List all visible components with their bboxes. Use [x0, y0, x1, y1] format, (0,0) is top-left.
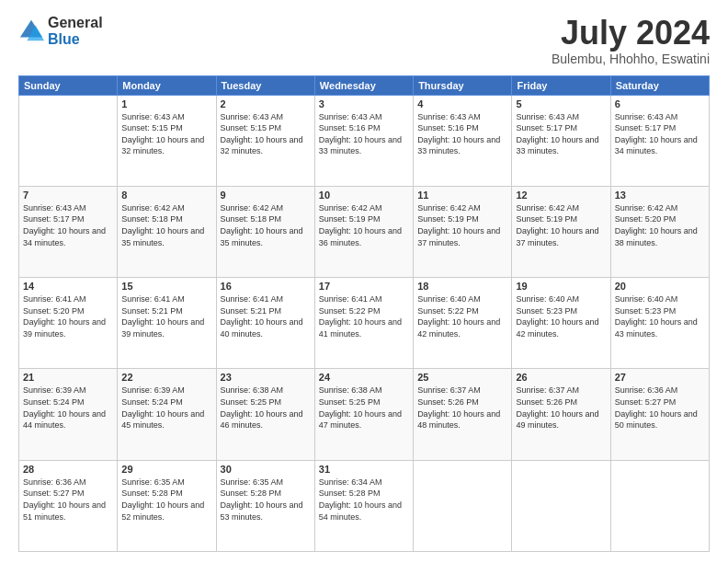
calendar-cell: 6Sunrise: 6:43 AMSunset: 5:17 PMDaylight…	[610, 95, 709, 186]
calendar-cell: 11Sunrise: 6:42 AMSunset: 5:19 PMDayligh…	[414, 186, 512, 277]
cell-content: Sunrise: 6:43 AMSunset: 5:16 PMDaylight:…	[319, 111, 409, 157]
cell-content: Sunrise: 6:41 AMSunset: 5:22 PMDaylight:…	[319, 293, 409, 339]
calendar-cell: 10Sunrise: 6:42 AMSunset: 5:19 PMDayligh…	[314, 186, 413, 277]
cell-content: Sunrise: 6:42 AMSunset: 5:18 PMDaylight:…	[221, 202, 311, 248]
header-sunday: Sunday	[19, 75, 118, 95]
header-saturday: Saturday	[610, 75, 709, 95]
day-number: 31	[319, 464, 409, 475]
logo-icon	[18, 18, 44, 44]
day-number: 29	[121, 464, 211, 475]
header: General Blue July 2024 Bulembu, Hhohho, …	[18, 15, 710, 66]
cell-content: Sunrise: 6:38 AMSunset: 5:25 PMDaylight:…	[221, 385, 311, 431]
calendar-cell: 1Sunrise: 6:43 AMSunset: 5:15 PMDaylight…	[118, 95, 216, 186]
calendar-cell: 19Sunrise: 6:40 AMSunset: 5:23 PMDayligh…	[512, 278, 610, 369]
day-number: 26	[516, 372, 606, 383]
day-number: 12	[516, 190, 606, 201]
calendar-cell: 9Sunrise: 6:42 AMSunset: 5:18 PMDaylight…	[216, 186, 314, 277]
day-number: 8	[121, 190, 211, 201]
calendar-cell: 31Sunrise: 6:34 AMSunset: 5:28 PMDayligh…	[314, 460, 413, 551]
day-number: 9	[221, 190, 311, 201]
calendar-week-1: 1Sunrise: 6:43 AMSunset: 5:15 PMDaylight…	[19, 95, 710, 186]
calendar-cell	[19, 95, 118, 186]
header-monday: Monday	[118, 75, 216, 95]
calendar-cell: 4Sunrise: 6:43 AMSunset: 5:16 PMDaylight…	[414, 95, 512, 186]
day-number: 21	[23, 372, 113, 383]
cell-content: Sunrise: 6:34 AMSunset: 5:28 PMDaylight:…	[319, 477, 409, 523]
cell-content: Sunrise: 6:41 AMSunset: 5:20 PMDaylight:…	[23, 293, 113, 339]
cell-content: Sunrise: 6:40 AMSunset: 5:23 PMDaylight:…	[516, 293, 606, 339]
calendar-cell: 13Sunrise: 6:42 AMSunset: 5:20 PMDayligh…	[610, 186, 709, 277]
calendar-cell: 16Sunrise: 6:41 AMSunset: 5:21 PMDayligh…	[216, 278, 314, 369]
calendar-cell: 12Sunrise: 6:42 AMSunset: 5:19 PMDayligh…	[512, 186, 610, 277]
location: Bulembu, Hhohho, Eswatini	[552, 52, 710, 66]
cell-content: Sunrise: 6:43 AMSunset: 5:16 PMDaylight:…	[417, 111, 507, 157]
calendar-cell: 30Sunrise: 6:35 AMSunset: 5:28 PMDayligh…	[216, 460, 314, 551]
day-number: 13	[615, 190, 705, 201]
day-number: 25	[417, 372, 507, 383]
cell-content: Sunrise: 6:43 AMSunset: 5:17 PMDaylight:…	[23, 202, 113, 248]
header-friday: Friday	[512, 75, 610, 95]
day-number: 22	[121, 372, 211, 383]
day-number: 18	[417, 281, 507, 292]
title-block: July 2024 Bulembu, Hhohho, Eswatini	[552, 15, 710, 66]
calendar-cell: 17Sunrise: 6:41 AMSunset: 5:22 PMDayligh…	[314, 278, 413, 369]
cell-content: Sunrise: 6:37 AMSunset: 5:26 PMDaylight:…	[417, 385, 507, 431]
calendar-cell: 7Sunrise: 6:43 AMSunset: 5:17 PMDaylight…	[19, 186, 118, 277]
calendar-page: General Blue July 2024 Bulembu, Hhohho, …	[0, 0, 728, 563]
cell-content: Sunrise: 6:40 AMSunset: 5:22 PMDaylight:…	[417, 293, 507, 339]
cell-content: Sunrise: 6:41 AMSunset: 5:21 PMDaylight:…	[121, 293, 211, 339]
calendar-cell: 23Sunrise: 6:38 AMSunset: 5:25 PMDayligh…	[216, 369, 314, 460]
header-thursday: Thursday	[414, 75, 512, 95]
month-title: July 2024	[552, 15, 710, 52]
calendar-cell: 14Sunrise: 6:41 AMSunset: 5:20 PMDayligh…	[19, 278, 118, 369]
calendar-table: Sunday Monday Tuesday Wednesday Thursday…	[18, 75, 710, 552]
logo: General Blue	[18, 15, 103, 48]
cell-content: Sunrise: 6:42 AMSunset: 5:19 PMDaylight:…	[516, 202, 606, 248]
day-number: 27	[615, 372, 705, 383]
calendar-cell: 5Sunrise: 6:43 AMSunset: 5:17 PMDaylight…	[512, 95, 610, 186]
day-number: 4	[417, 98, 507, 109]
calendar-cell	[512, 460, 610, 551]
cell-content: Sunrise: 6:43 AMSunset: 5:15 PMDaylight:…	[221, 111, 311, 157]
calendar-week-3: 14Sunrise: 6:41 AMSunset: 5:20 PMDayligh…	[19, 278, 710, 369]
day-number: 23	[221, 372, 311, 383]
cell-content: Sunrise: 6:36 AMSunset: 5:27 PMDaylight:…	[23, 477, 113, 523]
cell-content: Sunrise: 6:39 AMSunset: 5:24 PMDaylight:…	[121, 385, 211, 431]
cell-content: Sunrise: 6:41 AMSunset: 5:21 PMDaylight:…	[221, 293, 311, 339]
day-number: 17	[319, 281, 409, 292]
calendar-cell	[414, 460, 512, 551]
day-number: 28	[23, 464, 113, 475]
calendar-cell: 28Sunrise: 6:36 AMSunset: 5:27 PMDayligh…	[19, 460, 118, 551]
calendar-cell	[610, 460, 709, 551]
cell-content: Sunrise: 6:43 AMSunset: 5:17 PMDaylight:…	[516, 111, 606, 157]
day-number: 20	[615, 281, 705, 292]
calendar-cell: 24Sunrise: 6:38 AMSunset: 5:25 PMDayligh…	[314, 369, 413, 460]
calendar-cell: 22Sunrise: 6:39 AMSunset: 5:24 PMDayligh…	[118, 369, 216, 460]
calendar-cell: 2Sunrise: 6:43 AMSunset: 5:15 PMDaylight…	[216, 95, 314, 186]
day-number: 30	[221, 464, 311, 475]
weekday-header-row: Sunday Monday Tuesday Wednesday Thursday…	[19, 75, 710, 95]
calendar-cell: 25Sunrise: 6:37 AMSunset: 5:26 PMDayligh…	[414, 369, 512, 460]
calendar-week-5: 28Sunrise: 6:36 AMSunset: 5:27 PMDayligh…	[19, 460, 710, 551]
cell-content: Sunrise: 6:35 AMSunset: 5:28 PMDaylight:…	[121, 477, 211, 523]
calendar-cell: 3Sunrise: 6:43 AMSunset: 5:16 PMDaylight…	[314, 95, 413, 186]
calendar-week-2: 7Sunrise: 6:43 AMSunset: 5:17 PMDaylight…	[19, 186, 710, 277]
cell-content: Sunrise: 6:35 AMSunset: 5:28 PMDaylight:…	[221, 477, 311, 523]
cell-content: Sunrise: 6:43 AMSunset: 5:15 PMDaylight:…	[121, 111, 211, 157]
day-number: 6	[615, 98, 705, 109]
header-tuesday: Tuesday	[216, 75, 314, 95]
day-number: 14	[23, 281, 113, 292]
cell-content: Sunrise: 6:43 AMSunset: 5:17 PMDaylight:…	[615, 111, 705, 157]
calendar-cell: 15Sunrise: 6:41 AMSunset: 5:21 PMDayligh…	[118, 278, 216, 369]
day-number: 16	[221, 281, 311, 292]
cell-content: Sunrise: 6:42 AMSunset: 5:19 PMDaylight:…	[417, 202, 507, 248]
day-number: 5	[516, 98, 606, 109]
day-number: 10	[319, 190, 409, 201]
calendar-cell: 8Sunrise: 6:42 AMSunset: 5:18 PMDaylight…	[118, 186, 216, 277]
calendar-cell: 18Sunrise: 6:40 AMSunset: 5:22 PMDayligh…	[414, 278, 512, 369]
cell-content: Sunrise: 6:37 AMSunset: 5:26 PMDaylight:…	[516, 385, 606, 431]
day-number: 2	[221, 98, 311, 109]
day-number: 24	[319, 372, 409, 383]
calendar-week-4: 21Sunrise: 6:39 AMSunset: 5:24 PMDayligh…	[19, 369, 710, 460]
day-number: 15	[121, 281, 211, 292]
